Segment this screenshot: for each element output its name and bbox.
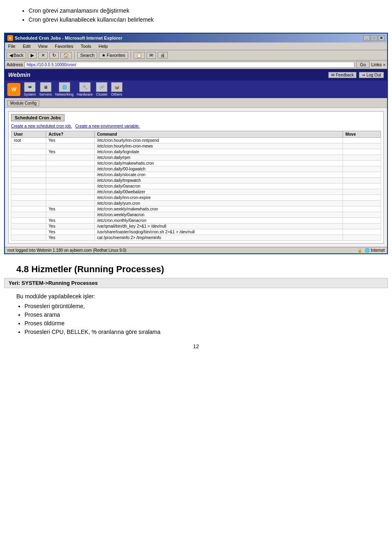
cell-user <box>11 178 46 184</box>
cron-panel-title: Scheduled Cron Jobs <box>11 114 65 121</box>
cell-active <box>46 166 95 172</box>
table-row: Yes/etc/cron.monthly/0anacron <box>11 218 381 224</box>
content-area: Scheduled Cron Jobs Create a new schedul… <box>5 108 387 247</box>
cell-user <box>11 143 46 149</box>
menu-file[interactable]: File <box>7 43 17 49</box>
history-button[interactable]: 📋 <box>134 52 145 59</box>
feedback-button[interactable]: ✉ Feedback <box>328 72 356 78</box>
cell-move <box>343 235 381 241</box>
table-row: /etc/cron.hourly/inn-cron-mews <box>11 143 381 149</box>
cell-active <box>46 212 95 218</box>
cell-command[interactable]: /etc/cron.daily/0anacron <box>94 184 343 189</box>
cell-user <box>11 206 46 212</box>
cell-user <box>11 184 46 189</box>
menu-edit[interactable]: Edit <box>21 43 32 49</box>
table-row: /etc/cron.daily/yum.cron <box>11 201 381 206</box>
system-icon: 💻 <box>24 82 36 92</box>
cron-links: Create a new scheduled cron job. Create … <box>11 124 381 128</box>
cell-active <box>46 172 95 178</box>
refresh-button[interactable]: ↻ <box>49 52 59 59</box>
links-button[interactable]: Links » <box>371 62 385 67</box>
table-row: rootYes/etc/cron.hourly/inn-cron-nntpsen… <box>11 138 381 143</box>
cell-command[interactable]: /etc/cron.monthly/0anacron <box>94 218 343 224</box>
home-button[interactable]: 🏠 <box>60 52 72 59</box>
title-bar: e Scheduled Cron Jobs - Microsoft Intern… <box>5 34 387 43</box>
bullet-3: Proses öldürme <box>24 320 376 327</box>
nav-networking[interactable]: 🌐 Networking <box>55 82 74 96</box>
cell-command[interactable]: /var/qmail/bin/dh_key 2>&1 > /dev/null <box>94 224 343 229</box>
webmin-nav: W 💻 System 🖥 Servers 🌐 Networking 🔧 Hard… <box>5 81 387 98</box>
minimize-button[interactable]: _ <box>363 35 370 41</box>
cell-command[interactable]: /etc/cron.weekly/makewhatis.cron <box>94 206 343 212</box>
back-button[interactable]: ◀ Back <box>7 52 26 59</box>
create-env-link[interactable]: Create a new environment variable. <box>75 124 140 128</box>
nav-servers[interactable]: 🖥 Servers <box>39 82 52 96</box>
close-button[interactable]: ✕ <box>378 35 385 41</box>
status-bar: root logged into Webmin 1.180 on aybiem.… <box>5 247 387 253</box>
module-config-button[interactable]: Module Config <box>7 100 39 106</box>
title-bar-buttons: _ □ ✕ <box>363 35 385 41</box>
cell-command[interactable]: /etc/cron.weekly/0anacron <box>94 212 343 218</box>
cell-command[interactable]: /etc/cron.daily/tmpwatch <box>94 178 343 184</box>
col-active: Active? <box>46 131 95 138</box>
table-row: /etc/cron.daily/makewhatis.cron <box>11 161 381 166</box>
cell-command[interactable]: /etc/cron.daily/rpm <box>94 155 343 161</box>
search-button[interactable]: Search <box>77 52 97 58</box>
go-button[interactable]: Go <box>356 61 370 68</box>
address-input-box[interactable]: https://10.0.0.5:10000/cron/ <box>24 62 354 68</box>
bullet-2: Proses arama <box>24 311 376 318</box>
cell-user <box>11 166 46 172</box>
cell-command[interactable]: /etc/cron.daily/slocate.cron <box>94 172 343 178</box>
hardware-icon: 🔧 <box>79 82 91 92</box>
cell-move <box>343 166 381 172</box>
zone-indicator: 🌐 Internet <box>365 248 385 253</box>
toolbar-separator-2 <box>131 51 131 59</box>
description-text: Bu modülde yapılabilecek işler: <box>16 293 376 300</box>
favorites-button[interactable]: ★ Favorites <box>99 52 128 59</box>
nav-servers-label: Servers <box>39 92 52 96</box>
browser-title: Scheduled Cron Jobs - Microsoft Internet… <box>15 36 122 40</box>
cell-user <box>11 201 46 206</box>
cell-user <box>11 212 46 218</box>
cell-command[interactable]: /etc/cron.daily/makewhatis.cron <box>94 161 343 166</box>
nav-system[interactable]: 💻 System <box>24 82 36 96</box>
cell-command[interactable]: /etc/cron.hourly/inn-cron-mews <box>94 143 343 149</box>
cell-active <box>46 189 95 195</box>
cell-move <box>343 229 381 235</box>
cell-active: Yes <box>46 235 95 241</box>
stop-button[interactable]: ✕ <box>38 52 48 59</box>
webmin-logo-icon[interactable]: W <box>7 83 20 96</box>
cell-command[interactable]: /etc/cron.daily/00-logwatch <box>94 166 343 172</box>
forward-button[interactable]: ▶ <box>28 52 37 59</box>
browser-window: e Scheduled Cron Jobs - Microsoft Intern… <box>4 33 388 254</box>
webmin-header: Webmin ✉ Feedback ⇒ Log Out <box>5 69 387 81</box>
nav-hardware[interactable]: 🔧 Hardware <box>77 82 93 96</box>
logout-button[interactable]: ⇒ Log Out <box>359 72 384 78</box>
title-bar-left: e Scheduled Cron Jobs - Microsoft Intern… <box>7 35 122 41</box>
menu-favorites[interactable]: Favorites <box>53 43 75 49</box>
cell-active <box>46 178 95 184</box>
nav-others-label: Others <box>111 92 122 96</box>
menu-help[interactable]: Help <box>97 43 109 49</box>
cell-active: Yes <box>46 138 95 143</box>
mail-button[interactable]: ✉ <box>147 52 156 59</box>
cell-user <box>11 224 46 229</box>
menu-tools[interactable]: Tools <box>79 43 93 49</box>
cell-command[interactable]: /etc/cron.daily/yum.cron <box>94 201 343 206</box>
address-label: Address <box>7 62 23 67</box>
cell-command[interactable]: /etc/cron.hourly/inn-cron-nntpsend <box>94 138 343 143</box>
menu-view[interactable]: View <box>36 43 49 49</box>
cell-command[interactable]: /etc/cron.daily/00webalizer <box>94 189 343 195</box>
cell-command[interactable]: /usr/share/toaster/isoqlog/bin/cron.sh 2… <box>94 229 343 235</box>
cell-command[interactable]: /etc/cron.daily/logrotate <box>94 149 343 155</box>
nav-cluster[interactable]: 🔗 Cluster <box>96 82 108 96</box>
table-row: Yes/etc/cron.weekly/makewhatis.cron <box>11 206 381 212</box>
create-cron-link[interactable]: Create a new scheduled cron job. <box>11 124 72 128</box>
cell-user <box>11 155 46 161</box>
cell-command[interactable]: /etc/cron.daily/inn-cron-expire <box>94 195 343 201</box>
print-button[interactable]: 🖨 <box>158 52 168 58</box>
cell-active: Yes <box>46 206 95 212</box>
nav-others[interactable]: 📦 Others <box>111 82 122 96</box>
restore-button[interactable]: □ <box>371 35 377 41</box>
cell-command[interactable]: cat /proc/meminfo 2> /tmp/meminfo <box>94 235 343 241</box>
